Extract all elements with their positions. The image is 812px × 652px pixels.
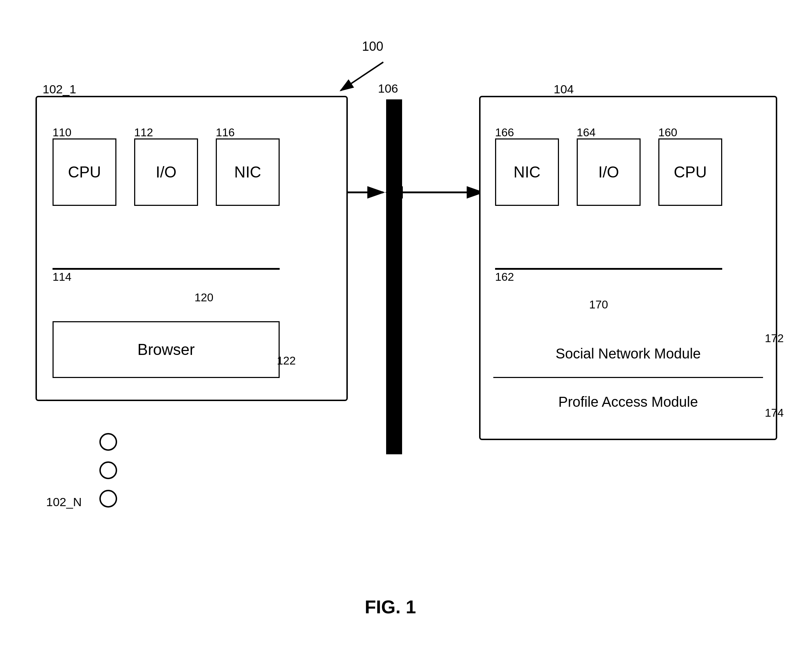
network-bus	[386, 99, 402, 454]
left-bus-line	[52, 268, 280, 270]
label-120: 120	[194, 291, 213, 304]
svg-line-2	[341, 62, 383, 90]
label-160: 160	[658, 126, 677, 139]
right-cpu-label: CPU	[674, 163, 707, 181]
label-102-n: 102_N	[46, 495, 82, 509]
social-network-module-box: Social Network Module	[493, 330, 763, 378]
left-cpu-label: CPU	[68, 163, 101, 181]
right-bus-line	[495, 268, 722, 270]
label-122: 122	[277, 354, 296, 367]
right-io-box: I/O	[577, 138, 641, 206]
label-166: 166	[495, 126, 514, 139]
label-164: 164	[577, 126, 595, 139]
social-network-module-label: Social Network Module	[556, 346, 701, 362]
right-nic-box: NIC	[495, 138, 559, 206]
label-170: 170	[589, 298, 608, 311]
label-112: 112	[134, 126, 153, 139]
label-100: 100	[362, 39, 383, 54]
left-nic-box: NIC	[216, 138, 280, 206]
label-104: 104	[554, 82, 574, 96]
right-io-label: I/O	[598, 163, 619, 181]
dot-2	[99, 461, 117, 479]
label-174: 174	[765, 406, 784, 420]
fig-caption: FIG. 1	[319, 596, 461, 618]
browser-label: Browser	[137, 341, 194, 359]
left-nic-label: NIC	[234, 163, 261, 181]
label-162: 162	[495, 270, 514, 284]
left-io-box: I/O	[134, 138, 198, 206]
left-cpu-box: CPU	[52, 138, 116, 206]
dot-3	[99, 490, 117, 507]
browser-box: Browser	[52, 321, 280, 378]
label-172: 172	[765, 332, 784, 345]
label-114: 114	[52, 270, 71, 284]
label-116: 116	[216, 126, 235, 139]
label-106: 106	[378, 82, 398, 95]
diagram: 100 102_1 CPU 110 I/O 112 NIC 116 114 12…	[0, 0, 812, 652]
dot-1	[99, 433, 117, 451]
label-102-1: 102_1	[43, 82, 76, 96]
right-cpu-box: CPU	[658, 138, 722, 206]
right-nic-label: NIC	[514, 163, 540, 181]
profile-access-module-label: Profile Access Module	[558, 394, 698, 410]
left-io-label: I/O	[156, 163, 177, 181]
profile-access-module-box: Profile Access Module	[493, 378, 763, 426]
label-110: 110	[52, 126, 71, 139]
